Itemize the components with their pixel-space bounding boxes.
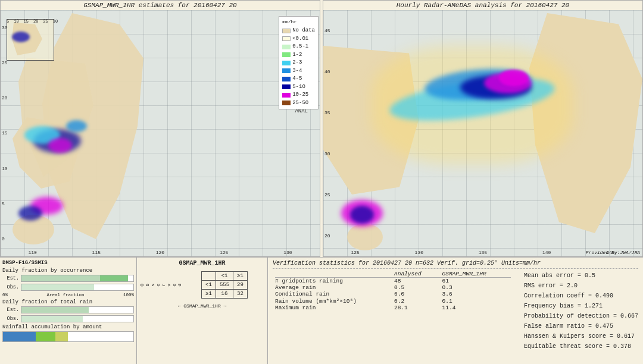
stat-hk: Hanssen & Kuipers score = 0.617 — [524, 331, 638, 341]
chart2-est-fill — [21, 307, 89, 313]
row4-val1: 28.1 — [392, 305, 440, 311]
top-row: GSMAP_MWR_1HR estimates for 20160427 20 — [0, 0, 643, 257]
left-map-area: 51015202530 ANAL 30 25 20 15 10 5 0 — [1, 10, 320, 256]
taiwan-right — [347, 224, 383, 250]
stat-freq-bias: Frequency bias = 1.271 — [524, 301, 638, 311]
header-sep — [273, 268, 638, 269]
stats-table: Analysed GSMAP_MWR_1HR # gridpoints rain… — [273, 271, 513, 311]
legend-510: 5-10 — [282, 83, 315, 92]
verification-header: Verification statistics for 20160427 20 … — [273, 260, 638, 266]
chart2-obs-bar — [21, 315, 134, 322]
legend-unit: mm/hr — [282, 18, 315, 26]
legend-color-34 — [282, 68, 291, 73]
bottom-row: DMSP-F16/SSMIS Daily fraction by occurre… — [0, 257, 643, 364]
td-row2: ≥1 — [202, 290, 216, 299]
row4-val2: 11.4 — [440, 305, 513, 311]
legend-color-2550 — [282, 101, 291, 105]
row3-val2: 0.1 — [440, 297, 513, 305]
chart1-obs-row: Obs. — [2, 284, 134, 291]
chart2-obs-fill — [21, 316, 83, 322]
chart1-est-row: Est. — [2, 275, 134, 282]
chart3-green-fill — [36, 332, 55, 341]
chart3-yellow-fill — [55, 332, 68, 341]
legend-45: 4-5 — [282, 75, 315, 83]
row0-val1: 48 — [392, 278, 440, 284]
left-map-bg: 51015202530 ANAL 30 25 20 15 10 5 0 — [1, 10, 320, 256]
chart2-obs-row: Obs. — [2, 315, 134, 322]
stat-far: False alarm ratio = 0.475 — [524, 321, 638, 331]
chart1-est-fill-dark — [100, 275, 128, 281]
row1-label: Average rain — [273, 284, 392, 291]
stats-row-4: Maximum rain 28.1 11.4 — [273, 305, 513, 311]
row2-val1: 6.0 — [392, 291, 440, 297]
axis-labels-row: 0% Areal fraction 100% — [2, 293, 134, 297]
chart3-row — [2, 331, 134, 342]
inset-box — [7, 19, 54, 61]
row2-val2: 3.6 — [440, 291, 513, 297]
row0-val2: 61 — [440, 278, 513, 284]
stat-ets: Equitable threat score = 0.378 — [524, 341, 638, 352]
cell-21: 16 — [216, 290, 233, 299]
legend-color-45 — [282, 77, 291, 81]
rain-blob-6 — [18, 206, 42, 221]
row1-val1: 0.5 — [392, 284, 440, 291]
legend-001: <0.01 — [282, 35, 315, 43]
legend-34: 3-4 — [282, 67, 315, 76]
stat-rms: RMS error = 2.0 — [524, 281, 638, 291]
obs-label1: Obs. — [2, 284, 19, 290]
right-map-panel: Hourly Radar-AMeDAS analysis for 2016042… — [323, 0, 643, 257]
satellite-label: DMSP-F16/SSMIS — [2, 260, 134, 266]
legend-color-0501 — [282, 45, 291, 49]
stats-row-0: # gridpoints raining 48 61 — [273, 278, 513, 284]
right-map-title: Hourly Radar-AMeDAS analysis for 2016042… — [323, 1, 642, 10]
stats-row-3: Rain volume (mm*km²×10⁶) 0.2 0.1 — [273, 297, 513, 305]
left-map-panel: GSMAP_MWR_1HR estimates for 20160427 20 — [0, 0, 320, 257]
stat-corr: Correlation coeff = 0.490 — [524, 291, 638, 301]
axis-0: 0% — [2, 293, 8, 297]
chart2-est-row: Est. — [2, 306, 134, 313]
est-label2: Est. — [2, 307, 19, 313]
observed-label: Observed — [139, 284, 182, 287]
right-map-bg: 45 40 35 30 25 20 125 130 135 140 145 — [323, 10, 642, 256]
col-header-label: ← GSMAP_MWR_1HR → — [139, 303, 265, 309]
taiwan-rain2 — [350, 206, 374, 224]
row3-label: Rain volume (mm*km²×10⁶) — [273, 297, 392, 305]
axis-100: 100% — [123, 293, 134, 297]
legend-12: 1-2 — [282, 51, 315, 59]
chart3-blue-fill — [3, 332, 36, 341]
row3-val1: 0.2 — [392, 297, 440, 305]
table-title: GSMAP_MWR_1HR — [139, 260, 265, 266]
chart2-est-bar — [21, 306, 134, 313]
rain-magenta2-right — [499, 70, 529, 86]
obs-label2: Obs. — [2, 316, 19, 322]
legend-nodata: No data — [282, 27, 315, 35]
legend-2550: 25-50 — [282, 99, 315, 108]
chart1-obs-fill — [21, 284, 94, 290]
row4-label: Maximum rain — [273, 305, 392, 311]
stats-content: Analysed GSMAP_MWR_1HR # gridpoints rain… — [273, 271, 638, 352]
legend-color-001 — [282, 36, 291, 41]
chart1-est-fill-green — [21, 275, 100, 281]
est-label1: Est. — [2, 275, 19, 281]
rain-blob-4 — [66, 120, 87, 132]
row2-label: Conditional rain — [273, 291, 392, 297]
row1-val2: 0.3 — [440, 284, 513, 291]
th-col2: ≥1 — [233, 272, 248, 281]
stat-pod: Probability of detection = 0.667 — [524, 311, 638, 321]
legend-color-nodata — [282, 29, 291, 33]
chart3-bar — [2, 331, 134, 342]
legend-box: mm/hr No data <0.01 0.5-1 — [279, 16, 319, 109]
contingency-matrix: <1 ≥1 <1 555 29 ≥1 16 32 — [201, 271, 248, 299]
cell-22: 32 — [233, 290, 248, 299]
legend-color-23 — [282, 61, 291, 65]
left-map-title: GSMAP_MWR_1HR estimates for 20160427 20 — [1, 1, 320, 10]
row0-label: # gridpoints raining — [273, 278, 392, 284]
legend-0501: 0.5-1 — [282, 43, 315, 51]
right-left-axis: 45 40 35 30 25 20 — [324, 10, 330, 256]
chart2-title: Daily fraction of total rain — [2, 299, 134, 305]
bottom-right-panel: Verification statistics for 20160427 20 … — [268, 258, 643, 364]
left-bottom-axis: 110 115 120 125 130 — [1, 250, 320, 255]
stats-row-1: Average rain 0.5 0.3 — [273, 284, 513, 291]
axis-mid: Areal fraction — [46, 293, 84, 297]
table-wrapper: Observed <1 ≥1 <1 555 29 ≥1 16 — [139, 269, 265, 301]
